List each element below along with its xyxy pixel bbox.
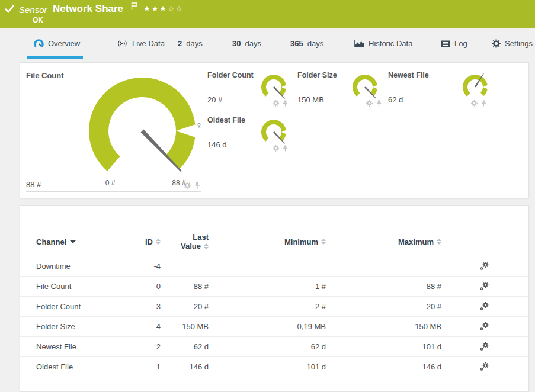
channel-id: 0 — [137, 282, 161, 291]
mini-gauge — [257, 73, 290, 104]
table-row: Newest File 2 62 d 62 d 101 d — [20, 337, 528, 357]
table-row: Folder Size 4 150 MB 0,19 MB 150 MB — [20, 317, 528, 337]
mini-gauge-newest-file: Newest File 62 d — [386, 69, 488, 108]
tab-label: Historic Data — [369, 39, 412, 48]
gauge-value: 88 # — [26, 180, 41, 189]
pin-icon[interactable] — [283, 100, 288, 107]
gear-icon — [492, 39, 501, 48]
stars-empty: ☆☆ — [168, 4, 184, 13]
tab-historic-data[interactable]: Historic Data — [354, 28, 412, 59]
header-minimum[interactable]: Minimum — [209, 237, 326, 246]
table-row: Folder Count 3 20 # 2 # 20 # — [20, 297, 528, 317]
tab-label: days — [186, 39, 202, 48]
mini-gauge — [459, 73, 492, 104]
sensor-header: Sensor Network Share ★★★☆☆ OK — [0, 0, 535, 28]
header-last-value[interactable]: Last Value — [161, 233, 209, 250]
tab-number: 2 — [178, 39, 182, 48]
last-value: 146 d — [161, 362, 209, 371]
gauge-title: Newest File — [388, 71, 429, 79]
pin-icon[interactable] — [194, 182, 200, 189]
tab-365-days[interactable]: 365 days — [290, 28, 323, 59]
header-maximum[interactable]: Maximum — [326, 237, 441, 246]
gear-icon[interactable] — [184, 182, 191, 189]
sort-arrows-icon — [204, 243, 209, 249]
tab-2-days[interactable]: 2 days — [178, 28, 203, 59]
sort-caret-down-icon — [70, 240, 76, 243]
channel-table: Channel ID Last Value Minimum Maximum — [20, 227, 528, 377]
tab-label: days — [307, 39, 323, 48]
maximum-value: 150 MB — [326, 322, 441, 331]
tab-30-days[interactable]: 30 days — [232, 28, 261, 59]
channel-table-panel: Channel ID Last Value Minimum Maximum — [20, 205, 529, 392]
tab-live-data[interactable]: Live Data — [117, 28, 165, 59]
channel-settings-icon[interactable] — [479, 281, 489, 291]
pin-icon[interactable] — [481, 100, 486, 107]
tab-label: Live Data — [132, 39, 165, 48]
flag-icon[interactable] — [131, 2, 138, 11]
table-row: File Count 0 88 # 1 # 88 # — [20, 277, 528, 297]
tab-label: Overview — [48, 39, 80, 48]
pin-icon[interactable] — [283, 145, 288, 152]
gauge-value: 150 MB — [297, 95, 324, 104]
channel-name: Folder Count — [20, 302, 137, 311]
channel-id: 1 — [137, 362, 161, 371]
tab-label: Settings — [505, 39, 533, 48]
header-id[interactable]: ID — [137, 237, 161, 246]
tab-label: days — [245, 39, 261, 48]
mini-gauge-folder-count: Folder Count 20 # — [205, 69, 289, 108]
sensor-status-badge: OK — [33, 16, 43, 24]
channel-name: Oldest File — [20, 362, 137, 371]
channel-name: Downtime — [20, 262, 137, 271]
sensor-type-label: Sensor — [19, 5, 47, 15]
channel-settings-icon[interactable] — [479, 362, 489, 372]
gauge-scale-min: 0 # — [105, 179, 116, 187]
channel-name: File Count — [20, 282, 137, 291]
maximum-value: 20 # — [326, 302, 441, 311]
pin-icon[interactable] — [376, 100, 382, 107]
maximum-value: 146 d — [326, 362, 441, 371]
channel-table-header: Channel ID Last Value Minimum Maximum — [20, 227, 528, 256]
tab-settings[interactable]: Settings — [492, 28, 533, 59]
tab-label: Log — [454, 39, 467, 48]
priority-stars[interactable]: ★★★☆☆ — [143, 4, 184, 13]
tab-log[interactable]: Log — [441, 28, 467, 59]
tab-bar: Overview Live Data 2 days 30 days 365 da… — [0, 28, 535, 59]
gauge-title: Oldest File — [207, 116, 245, 124]
tab-overview[interactable]: Overview — [34, 28, 80, 59]
stars-filled: ★★★ — [143, 4, 168, 13]
gear-icon[interactable] — [273, 100, 279, 107]
channel-id: 3 — [137, 302, 161, 311]
gear-icon[interactable] — [273, 145, 279, 152]
table-row: Downtime -4 — [20, 256, 528, 277]
primary-gauge-file-count: File Count 0 # 88 # 88 # — [26, 68, 201, 192]
gauge-title: Folder Count — [207, 71, 254, 79]
header-channel[interactable]: Channel — [20, 237, 137, 246]
last-value: 150 MB — [161, 322, 209, 331]
gauge-value: 20 # — [207, 95, 222, 104]
tab-number: 30 — [232, 39, 241, 48]
channel-settings-icon[interactable] — [479, 342, 489, 352]
gauge-title: Folder Size — [297, 71, 337, 79]
gear-icon[interactable] — [366, 100, 373, 107]
live-data-icon — [117, 40, 128, 47]
mini-gauge — [257, 118, 290, 149]
minimum-value: 62 d — [209, 342, 326, 351]
minimum-value: 0,19 MB — [209, 322, 326, 331]
channel-settings-icon[interactable] — [479, 301, 489, 311]
minimum-value: 1 # — [209, 282, 326, 291]
tab-number: 365 — [290, 39, 303, 48]
channel-id: 4 — [137, 322, 161, 331]
primary-gauge — [71, 69, 213, 181]
gear-icon[interactable] — [471, 100, 478, 107]
status-ok-check-icon — [4, 4, 15, 14]
sort-arrows-icon — [156, 239, 161, 245]
channel-id: 2 — [137, 342, 161, 351]
channel-settings-icon[interactable] — [479, 322, 489, 332]
mean-marker-label: x̄ — [197, 122, 201, 130]
mini-gauge-oldest-file: Oldest File 146 d — [205, 114, 289, 153]
minimum-value: 101 d — [209, 362, 326, 371]
maximum-value: 88 # — [326, 282, 441, 291]
minimum-value: 2 # — [209, 302, 326, 311]
maximum-value: 101 d — [326, 342, 441, 351]
channel-settings-icon[interactable] — [479, 261, 489, 271]
